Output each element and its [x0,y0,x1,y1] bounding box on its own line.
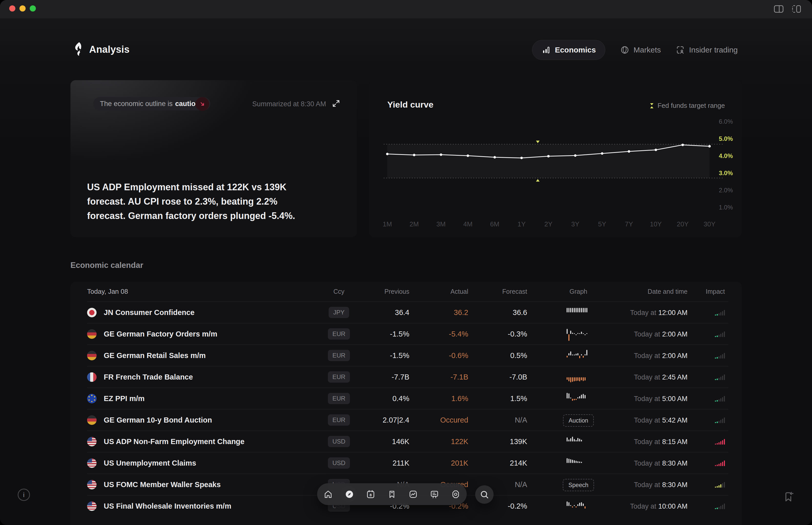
compass-icon[interactable] [345,490,354,499]
expand-icon[interactable] [332,99,341,108]
impact-indicator [715,417,728,423]
stage-manager-icon[interactable] [792,5,802,13]
actual-value: 201K [451,459,468,467]
svg-text:5.0%: 5.0% [719,135,733,142]
table-row[interactable]: JN Consumer ConfidenceJPY36.436.236.6Tod… [87,301,728,323]
currency-badge: JPY [329,307,349,318]
currency-badge: EUR [328,350,350,361]
yield-curve-card: Yield curve Fed funds target range 6.0%5… [369,80,742,237]
chart-icon[interactable] [408,490,418,499]
svg-text:2.0%: 2.0% [719,187,733,194]
svg-text:7Y: 7Y [625,220,633,228]
zoom-window-button[interactable] [30,5,36,12]
event-name-cell: EZ PPI m/m [87,394,315,403]
table-row[interactable]: GE German Retail Sales m/mEUR-1.5%-0.6%0… [87,344,728,366]
bar-chart-icon [542,45,551,55]
close-window-button[interactable] [9,5,15,12]
previous-value: 2.07|2.4 [383,416,409,424]
forecast-value: N/A [515,480,527,489]
event-name-cell: US Final Wholesale Inventories m/m [87,501,315,511]
table-row[interactable]: US ADP Non-Farm Employment ChangeUSD146K… [87,431,728,452]
tab-markets[interactable]: Markets [620,45,661,55]
mini-graph [567,391,590,406]
actual-value: 36.2 [454,308,468,317]
event-type-badge: Speech [563,479,594,491]
event-name-cell: GE German Retail Sales m/m [87,351,315,360]
search-icon [479,490,490,500]
event-name-cell: US ADP Non-Farm Employment Change [87,437,315,446]
table-row[interactable]: GE German 10-y Bond AuctionEUR2.07|2.4Oc… [87,409,728,431]
presentation-icon[interactable] [430,490,439,499]
previous-value: 36.4 [395,308,409,317]
country-flag-icon [87,372,96,382]
sentiment-badge[interactable]: The economic outline is cautious [93,97,210,110]
actual-value: -5.4% [449,330,468,338]
impact-indicator [715,438,728,445]
home-icon[interactable] [323,490,333,499]
event-time: Today at5:00 AM [634,394,688,403]
tab-economics[interactable]: Economics [532,40,605,60]
calendar-icon[interactable]: 8 [366,490,376,499]
impact-indicator [715,352,728,359]
event-time: Today at8:15 AM [634,437,688,446]
minimize-window-button[interactable] [19,5,26,12]
previous-value: -7.7B [392,373,409,381]
svg-text:1Y: 1Y [517,220,526,228]
bookmark-icon[interactable] [387,490,397,499]
mini-graph [567,348,590,363]
previous-value: 0.4% [392,394,409,403]
country-flag-icon [87,394,96,403]
svg-text:30Y: 30Y [704,220,716,228]
info-button[interactable]: i [18,489,30,501]
svg-text:2M: 2M [410,220,419,228]
event-name-cell: JN Consumer Confidence [87,308,315,317]
col-ccy: Ccy [333,288,344,295]
country-flag-icon [87,437,96,446]
bookmark-add-button[interactable] [782,490,795,502]
tab-insider-trading[interactable]: Insider trading [676,45,738,55]
country-flag-icon [87,459,96,468]
col-datetime: Date and time [648,288,688,295]
mini-graph [567,326,590,342]
svg-text:10Y: 10Y [650,220,662,228]
mini-graph: Auction [563,416,594,424]
forecast-value: 214K [510,459,527,467]
svg-text:4.0%: 4.0% [719,152,733,159]
event-name: GE German Factory Orders m/m [104,330,217,338]
table-header-row: Today, Jan 08 Ccy Previous Actual Foreca… [87,282,728,301]
titlebar [0,0,812,18]
split-view-icon[interactable] [773,5,784,13]
table-row[interactable]: US Unemployment ClaimsUSD211K201K214KTod… [87,452,728,474]
ai-summary-card[interactable]: The economic outline is cautious Summari… [71,80,357,237]
currency-badge: EUR [328,414,350,426]
actual-value: 1.6% [451,394,468,403]
actual-value: -0.6% [449,351,468,360]
mini-graph [567,434,590,449]
svg-text:3.0%: 3.0% [719,169,733,177]
event-name-cell: GE German 10-y Bond Auction [87,415,315,425]
info-icon: i [23,491,25,499]
mini-graph [567,455,590,471]
yield-curve-chart[interactable]: 6.0%5.0%4.0%3.0%2.0%1.0%1M2M3M4M6M1Y2Y3Y… [369,80,742,237]
app-logo-icon [73,42,84,57]
calendar-section-title: Economic calendar [71,261,143,270]
table-row[interactable]: FR French Trade BalanceEUR-7.7B-7.1B-7.0… [87,366,728,388]
impact-indicator [715,481,728,487]
col-date-group: Today, Jan 08 [87,288,315,296]
svg-text:3Y: 3Y [571,220,580,228]
event-name: US FOMC Member Waller Speaks [104,480,221,489]
country-flag-icon [87,415,96,425]
event-time: Today at10:00 AM [630,502,688,510]
table-row[interactable]: GE German Factory Orders m/mEUR-1.5%-5.4… [87,323,728,344]
table-row[interactable]: EZ PPI m/mEUR0.4%1.6%1.5%Today at5:00 AM [87,388,728,409]
search-button[interactable] [475,485,494,504]
country-flag-icon [87,351,96,360]
currency-badge: EUR [328,371,350,382]
event-name: JN Consumer Confidence [104,308,195,317]
svg-text:1M: 1M [383,220,392,228]
event-type-badge: Auction [563,414,594,427]
settings-icon[interactable] [451,490,461,499]
event-name: US ADP Non-Farm Employment Change [104,437,244,446]
forecast-value: 139K [510,437,527,446]
previous-value: -1.5% [390,351,409,360]
